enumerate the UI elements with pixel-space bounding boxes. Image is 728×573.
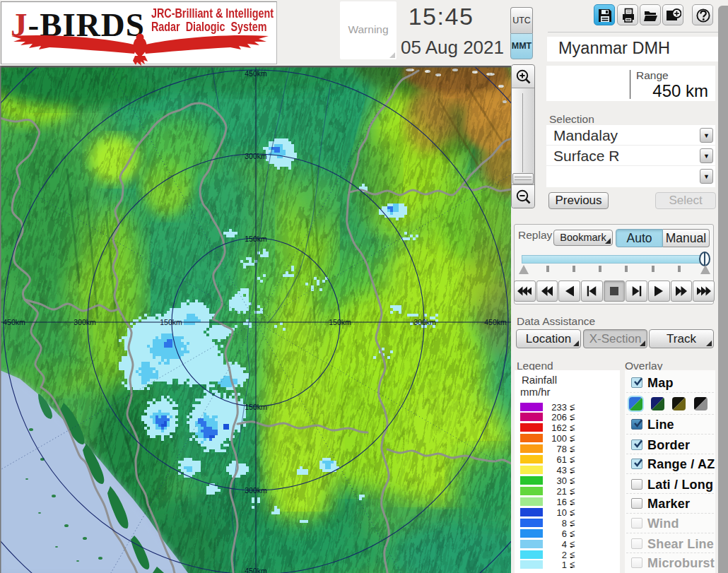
svg-text:300km: 300km — [245, 486, 267, 495]
svg-text:150km: 150km — [245, 403, 267, 411]
svg-text:150km: 150km — [329, 318, 351, 326]
svg-text:300km: 300km — [74, 318, 96, 326]
svg-text:150km: 150km — [160, 318, 182, 326]
svg-text:450km: 450km — [484, 318, 507, 326]
svg-text:450km: 450km — [245, 69, 267, 78]
svg-text:450km: 450km — [3, 318, 25, 326]
svg-text:300km: 300km — [413, 318, 436, 326]
svg-text:450km: 450km — [245, 567, 267, 573]
svg-text:300km: 300km — [245, 152, 267, 160]
svg-text:150km: 150km — [245, 235, 267, 243]
